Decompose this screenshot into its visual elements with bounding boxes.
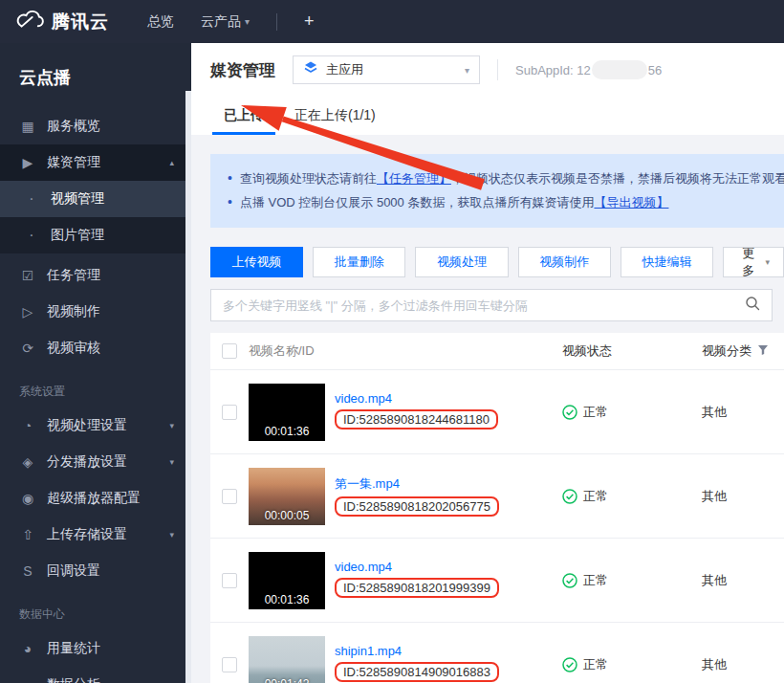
nav-products-label: 云产品	[201, 13, 241, 31]
sidebar-item-label: 媒资管理	[47, 154, 159, 171]
select-all-checkbox[interactable]	[222, 343, 237, 359]
brand-name: 腾讯云	[52, 10, 109, 34]
sidebar-scrollbar[interactable]	[185, 91, 191, 683]
sidebar-item-label: 图片管理	[51, 227, 178, 244]
export-video-link[interactable]: 【导出视频】	[594, 195, 668, 209]
sidebar-item-video-production[interactable]: ▷ 视频制作	[0, 294, 191, 330]
sidebar-section-data-center: 数据中心	[0, 589, 191, 630]
new-tab-button[interactable]: +	[304, 11, 315, 32]
page-title: 媒资管理	[210, 59, 275, 81]
sidebar-item-callback-settings[interactable]: S 回调设置	[0, 553, 191, 589]
tab-uploading[interactable]: 正在上传(1/1)	[283, 107, 387, 135]
sidebar-item-media-management[interactable]: ▶ 媒资管理 ▴	[0, 144, 191, 181]
notice-line-1: •查询视频处理状态请前往【任务管理】，视频状态仅表示视频是否禁播，禁播后视频将无…	[228, 166, 784, 190]
more-button-label: 更多	[737, 245, 759, 279]
chevron-down-icon: ▾	[765, 257, 770, 267]
notice-banner: •查询视频处理状态请前往【任务管理】，视频状态仅表示视频是否禁播，禁播后视频将无…	[210, 154, 784, 228]
sidebar-item-transcode-settings[interactable]: ◔ 视频处理设置 ▾	[0, 408, 191, 444]
video-produce-button[interactable]: 视频制作	[518, 247, 611, 277]
chevron-down-icon: ▾	[169, 457, 174, 467]
column-name-id: 视频名称/ID	[249, 342, 562, 360]
table-row: 00:00:05 第一集.mp4 ID:5285890818202056775	[210, 453, 784, 538]
brand[interactable]: 腾讯云	[15, 10, 109, 34]
status-ok-icon	[562, 489, 577, 504]
batch-delete-button[interactable]: 批量删除	[313, 247, 405, 277]
sidebar-item-distribution-settings[interactable]: ◈ 分发播放设置 ▾	[0, 444, 191, 480]
sidebar-item-image-management[interactable]: · 图片管理	[0, 217, 191, 253]
video-process-button[interactable]: 视频处理	[415, 247, 508, 277]
chevron-up-icon: ▴	[169, 158, 174, 167]
distribution-cube-icon: ◈	[19, 454, 36, 470]
data-analysis-icon: ◔	[19, 677, 36, 683]
quick-edit-button[interactable]: 快捷编辑	[621, 247, 713, 277]
table-row: 00:01:42 shipin1.mp4 ID:5285890814909016…	[210, 622, 784, 683]
sidebar-item-upload-storage-settings[interactable]: ⇧ 上传存储设置 ▾	[0, 517, 191, 553]
nav-products[interactable]: 云产品 ▾	[201, 13, 250, 31]
chevron-down-icon: ▾	[169, 530, 174, 540]
app-layers-icon	[303, 60, 318, 79]
status-text: 正常	[583, 656, 608, 673]
toolbar: 上传视频 批量删除 视频处理 视频制作 快捷编辑 更多 ▾	[210, 247, 784, 277]
category-text: 其他	[702, 488, 784, 505]
sidebar-item-usage-statistics[interactable]: ◕ 用量统计	[0, 630, 191, 667]
video-id-annotation-box: ID:5285890814909016883	[335, 662, 499, 682]
tencent-cloud-logo-icon	[15, 10, 44, 34]
task-management-link[interactable]: 【任务管理】	[377, 171, 451, 186]
more-button[interactable]: 更多 ▾	[723, 247, 784, 277]
page: 腾讯云 总览 云产品 ▾ + 云点播 ▦ 服务概览 ▶ 媒资管理 ▴	[0, 0, 784, 683]
refresh-circle-icon: ⟳	[19, 341, 36, 356]
row-checkbox[interactable]	[222, 573, 237, 588]
status-text: 正常	[583, 488, 608, 505]
main-header: 媒资管理 主应用 ▾ SubAppId: 12 56	[191, 43, 784, 97]
sidebar-item-video-management[interactable]: · 视频管理	[0, 181, 191, 217]
sidebar-item-label: 超级播放器配置	[47, 490, 178, 507]
sidebar-item-task-management[interactable]: ☑ 任务管理	[0, 257, 191, 294]
chevron-down-icon: ▾	[465, 65, 469, 76]
video-name-link[interactable]: shipin1.mp4	[335, 644, 499, 658]
video-duration: 00:01:36	[249, 593, 325, 606]
status-text: 正常	[583, 404, 608, 421]
row-checkbox[interactable]	[222, 657, 237, 672]
sidebar-item-label: 数据分析	[47, 676, 178, 683]
video-name-link[interactable]: video.mp4	[335, 391, 498, 406]
sidebar-item-video-review[interactable]: ⟳ 视频审核	[0, 330, 191, 366]
table-row: 00:01:36 video.mp4 ID:528589081824468118…	[210, 369, 784, 453]
row-checkbox[interactable]	[222, 489, 237, 504]
app-selector-dropdown[interactable]: 主应用 ▾	[293, 55, 480, 84]
video-thumbnail[interactable]: 00:01:42	[249, 636, 325, 683]
column-category-label: 视频分类	[702, 342, 751, 360]
bullet-icon: •	[228, 170, 232, 186]
play-outline-icon: ▷	[19, 304, 36, 319]
app-selector-value: 主应用	[326, 61, 457, 78]
sidebar-item-label: 任务管理	[47, 267, 178, 284]
video-name-link[interactable]: 第一集.mp4	[335, 475, 499, 493]
tab-uploaded[interactable]: 已上传	[212, 107, 275, 135]
notice-text: ，视频状态仅表示视频是否禁播，禁播后视频将无法正常观看，生效时	[451, 171, 784, 186]
video-id-annotation-box: ID:5285890818244681180	[335, 409, 498, 430]
sidebar-item-overview[interactable]: ▦ 服务概览	[0, 108, 191, 144]
video-thumbnail[interactable]: 00:01:36	[249, 552, 325, 609]
sidebar-item-superplayer-config[interactable]: ◉ 超级播放器配置	[0, 480, 191, 517]
upload-video-button[interactable]: 上传视频	[210, 247, 303, 277]
subappid-text: SubAppId: 12 56	[515, 60, 662, 79]
nav-overview[interactable]: 总览	[147, 13, 174, 31]
category-text: 其他	[702, 656, 784, 673]
sidebar-item-label: 用量统计	[47, 640, 178, 657]
video-table: 视频名称/ID 视频状态 视频分类	[210, 333, 784, 683]
video-thumbnail[interactable]: 00:00:05	[249, 468, 325, 525]
redaction-blur	[592, 60, 647, 79]
subappid-prefix: SubAppId: 12	[515, 63, 591, 77]
video-thumbnail[interactable]: 00:01:36	[249, 384, 325, 441]
filter-icon[interactable]	[757, 344, 769, 359]
tab-bar: 已上传 正在上传(1/1)	[191, 97, 784, 135]
search-icon[interactable]	[745, 296, 760, 315]
status-ok-icon	[562, 657, 577, 672]
content: •查询视频处理状态请前往【任务管理】，视频状态仅表示视频是否禁播，禁播后视频将无…	[191, 135, 784, 683]
search-input[interactable]	[223, 298, 745, 313]
status-ok-icon	[562, 405, 577, 420]
sidebar-item-label: 视频制作	[47, 303, 178, 320]
sidebar-item-data-analysis[interactable]: ◔ 数据分析	[0, 667, 191, 683]
row-checkbox[interactable]	[222, 405, 237, 420]
video-name-link[interactable]: video.mp4	[335, 560, 499, 574]
sidebar-section-system-settings: 系统设置	[0, 366, 191, 408]
